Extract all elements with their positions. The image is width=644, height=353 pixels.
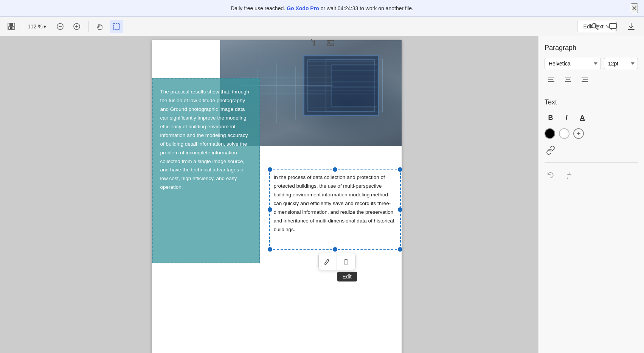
svg-point-10 (592, 23, 596, 28)
handle-middle-right[interactable] (398, 207, 402, 212)
notification-close-button[interactable]: ✕ (631, 3, 638, 13)
toolbar-separator-2 (88, 21, 88, 32)
toolbar-right (588, 20, 638, 33)
float-toolbar (318, 253, 355, 270)
float-delete-button[interactable] (337, 253, 355, 270)
panel-divider-2 (545, 162, 638, 163)
panel-content: Paragraph Helvetica 12pt Text B (538, 36, 644, 188)
svg-rect-1 (9, 23, 13, 26)
paragraph-section-title: Paragraph (545, 44, 638, 52)
toolbar: 112 % ▾ Edit Text (0, 17, 644, 36)
handle-middle-left[interactable] (268, 207, 272, 212)
font-row: Helvetica 12pt (545, 58, 638, 69)
toolbar-separator (23, 21, 23, 32)
handle-bottom-left[interactable] (268, 247, 272, 252)
handle-top-center[interactable] (333, 167, 337, 172)
handle-bottom-right[interactable] (398, 247, 402, 252)
panel-collapse-button[interactable]: ‖ (538, 177, 538, 193)
svg-rect-12 (610, 23, 616, 28)
redo-button[interactable] (561, 169, 573, 181)
search-button[interactable] (588, 20, 602, 33)
svg-rect-9 (113, 23, 119, 30)
add-color-button[interactable]: + (573, 128, 584, 139)
text-format-row: B I A (545, 112, 638, 124)
notification-bar: Daily free use reached. Go Xodo Pro or w… (0, 0, 644, 17)
selected-text-box[interactable]: In the process of data collection and pr… (269, 169, 401, 250)
underline-button[interactable]: A (576, 112, 588, 124)
float-edit-button[interactable] (319, 253, 337, 270)
canvas-area: The practical results show that: through… (0, 36, 538, 353)
pro-link[interactable]: Go Xodo Pro (287, 5, 319, 11)
teal-text-box[interactable]: The practical results show that: through… (152, 78, 260, 263)
right-panel: ‖ Paragraph Helvetica 12pt Text (538, 17, 644, 353)
align-left-button[interactable] (545, 74, 558, 86)
font-family-select[interactable]: Helvetica (545, 58, 601, 69)
svg-rect-3 (10, 27, 12, 29)
zoom-in-button[interactable] (70, 20, 84, 33)
notification-text: Daily free use reached. (231, 5, 285, 11)
font-size-select[interactable]: 12pt (604, 58, 638, 69)
svg-rect-24 (332, 65, 377, 106)
paragraph-tool-button[interactable] (307, 36, 321, 50)
image-tool-button[interactable] (324, 36, 337, 50)
text-section-title: Text (545, 98, 638, 106)
undo-redo-row (545, 169, 638, 181)
link-button[interactable] (545, 144, 557, 156)
alignment-row (545, 74, 638, 86)
comment-button[interactable] (606, 20, 620, 33)
svg-rect-15 (327, 40, 334, 46)
svg-line-11 (596, 28, 598, 30)
secondary-toolbar (307, 36, 337, 50)
undo-button[interactable] (545, 169, 557, 181)
handle-bottom-center[interactable] (333, 247, 337, 252)
zoom-out-button[interactable] (53, 20, 67, 33)
align-right-button[interactable] (578, 74, 591, 86)
edit-label-text: Edit (343, 274, 352, 280)
edit-label: Edit (337, 272, 357, 281)
white-color-swatch[interactable] (559, 128, 570, 139)
hand-tool-button[interactable] (93, 20, 107, 33)
select-tool-button[interactable] (110, 20, 123, 33)
color-row: + (545, 128, 638, 139)
handle-top-left[interactable] (268, 167, 272, 172)
handle-top-right[interactable] (398, 167, 402, 172)
italic-button[interactable]: I (560, 112, 573, 124)
download-button[interactable] (624, 20, 638, 33)
bold-button[interactable]: B (545, 112, 557, 124)
black-color-swatch[interactable] (545, 128, 555, 139)
zoom-chevron: ▾ (43, 23, 46, 30)
panel-divider (545, 92, 638, 92)
teal-box-text: The practical results show that: through… (160, 88, 251, 192)
notification-text-after: or wait 04:24:33 to work on another file… (321, 5, 413, 11)
align-center-button[interactable] (561, 74, 575, 86)
zoom-value: 112 % (28, 23, 43, 30)
save-button[interactable] (5, 20, 18, 33)
document-page: The practical results show that: through… (152, 40, 402, 353)
main-area: The practical results show that: through… (0, 17, 538, 353)
zoom-display: 112 % ▾ (28, 23, 50, 30)
selected-text-content: In the process of data collection and pr… (274, 173, 396, 234)
svg-rect-31 (344, 260, 348, 264)
